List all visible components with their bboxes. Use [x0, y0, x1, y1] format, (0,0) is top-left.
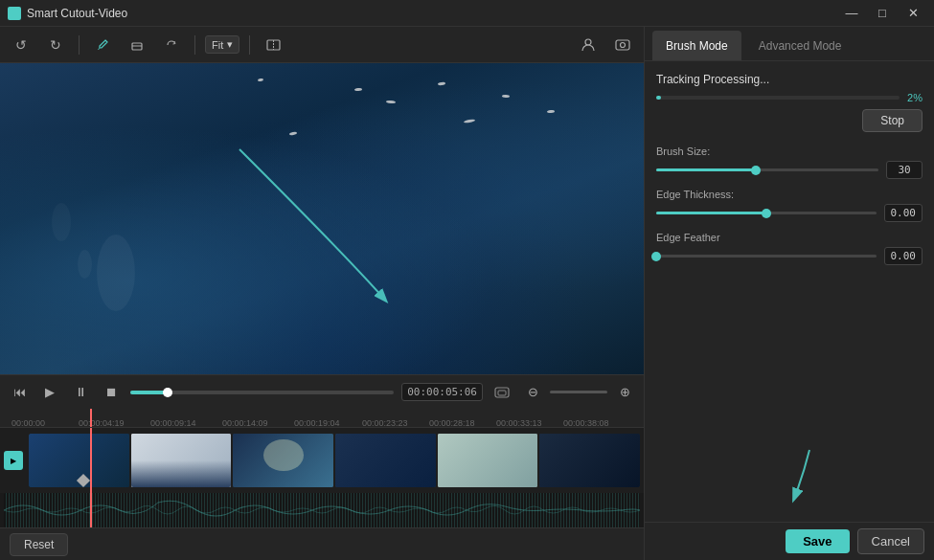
title-bar: Smart Cutout-Video — □ ✕ [0, 0, 934, 27]
toolbar: ↺ ↻ [0, 27, 644, 63]
playhead-waveform [90, 493, 92, 527]
zoom-in-button[interactable]: ⊕ [613, 381, 636, 404]
video-background [0, 63, 644, 374]
bird-5 [502, 94, 510, 97]
timeline-tracks[interactable]: ▶ [0, 428, 644, 493]
stop-button[interactable]: ⏹ [100, 381, 123, 404]
edge-thickness-row: Edge Thickness: 0.00 [656, 189, 923, 222]
playhead-ruler [90, 409, 92, 427]
timeline-ruler: 00:00:00 00:00:04:19 00:00:09:14 00:00:1… [0, 409, 644, 428]
brush-mode-tab[interactable]: Brush Mode [652, 31, 741, 60]
timeline-controls: ⏮ ▶ ⏸ ⏹ 00:00:05:06 ⊖ ⊕ [0, 374, 644, 409]
title-bar-left: Smart Cutout-Video [8, 7, 127, 20]
waveform-track [4, 493, 640, 527]
reset-button[interactable]: Reset [10, 533, 68, 556]
brush-size-slider[interactable] [656, 168, 878, 171]
brush-size-thumb [751, 166, 761, 175]
edge-thickness-slider[interactable] [656, 212, 877, 214]
edge-thickness-label: Edge Thickness: [656, 189, 923, 200]
ruler-mark-4: 00:00:19:04 [294, 418, 340, 428]
screenshot2-button[interactable] [490, 381, 513, 404]
right-panel-content: Tracking Processing... 2% Stop Brush Siz… [645, 61, 934, 522]
ruler-mark-6: 00:00:28:18 [429, 418, 475, 428]
edge-feather-value: 0.00 [884, 247, 923, 265]
ruler-mark-0: 00:00:00 [11, 418, 45, 428]
splash-2 [52, 203, 71, 241]
brush-size-value: 30 [886, 161, 923, 179]
edge-thickness-fill [656, 212, 766, 214]
brush-size-label: Brush Size: [656, 146, 923, 157]
zoom-controls: ⊖ ⊕ [521, 381, 636, 404]
play-button[interactable]: ▶ [38, 381, 61, 404]
skip-back-button[interactable]: ⏮ [8, 381, 31, 404]
thumbnail-2 [131, 434, 232, 487]
tracking-title: Tracking Processing... [656, 73, 923, 86]
brush-size-row: Brush Size: 30 [656, 146, 923, 179]
brush-button[interactable] [89, 33, 116, 57]
advanced-mode-tab[interactable]: Advanced Mode [745, 31, 855, 60]
edge-feather-row: Edge Feather 0.00 [656, 232, 923, 265]
ruler-mark-2: 00:00:09:14 [150, 418, 196, 428]
edge-feather-slider-row: 0.00 [656, 247, 923, 265]
undo-button[interactable]: ↺ [8, 33, 34, 57]
right-bottom-bar: Save Cancel [645, 522, 934, 560]
fit-label: Fit [212, 39, 223, 51]
right-panel: Brush Mode Advanced Mode Tracking Proces… [644, 27, 934, 560]
stop-tracking-button[interactable]: Stop [862, 109, 923, 132]
svg-rect-7 [498, 391, 506, 395]
brush-size-fill [656, 168, 756, 171]
param-section: Brush Size: 30 Edge Thickness: [656, 146, 923, 265]
redo-button[interactable]: ↻ [42, 33, 69, 57]
app-title: Smart Cutout-Video [27, 7, 127, 20]
close-button[interactable]: ✕ [900, 3, 926, 24]
reset-brush-button[interactable] [158, 33, 185, 57]
screenshot-button[interactable] [609, 33, 636, 57]
edge-thickness-slider-row: 0.00 [656, 204, 923, 222]
ruler-mark-8: 00:00:38:08 [563, 418, 609, 428]
mode-tabs: Brush Mode Advanced Mode [645, 27, 934, 61]
zoom-out-button[interactable]: ⊖ [521, 381, 544, 404]
edge-thickness-value: 0.00 [884, 204, 923, 222]
cancel-button[interactable]: Cancel [857, 528, 924, 554]
toolbar-separator-3 [249, 35, 250, 55]
bottom-bar: Reset [0, 527, 644, 560]
main-container: ↺ ↻ [0, 27, 934, 560]
fit-dropdown[interactable]: Fit ▾ [205, 35, 239, 54]
tracking-section: Tracking Processing... 2% Stop [656, 73, 923, 132]
time-display: 00:00:05:06 [401, 383, 483, 401]
splash-1 [97, 235, 135, 311]
zoom-slider[interactable] [550, 391, 607, 393]
video-area [0, 63, 644, 374]
minimize-button[interactable]: — [838, 3, 865, 24]
person-button[interactable] [575, 33, 602, 57]
eraser-button[interactable] [124, 33, 150, 57]
track-play-button[interactable]: ▶ [4, 451, 23, 470]
edge-feather-thumb [651, 252, 661, 261]
ruler-mark-3: 00:00:14:09 [222, 418, 268, 428]
track-thumbnails [29, 434, 640, 487]
maximize-button[interactable]: □ [869, 3, 896, 24]
thumbnail-6 [539, 434, 640, 487]
compare-button[interactable] [260, 33, 286, 57]
thumbnail-5 [438, 434, 538, 487]
edge-thickness-thumb [762, 209, 771, 218]
svg-rect-3 [616, 40, 629, 50]
svg-point-2 [585, 39, 591, 45]
ruler-mark-7: 00:00:33:13 [496, 418, 542, 428]
svg-point-4 [621, 42, 626, 47]
tracking-percent: 2% [907, 92, 923, 103]
fit-chevron: ▾ [227, 38, 233, 51]
brush-size-slider-row: 30 [656, 161, 923, 179]
pause-button[interactable]: ⏸ [69, 381, 92, 404]
save-button[interactable]: Save [786, 529, 849, 553]
edge-feather-label: Edge Feather [656, 232, 923, 243]
toolbar-separator-2 [194, 35, 195, 55]
toolbar-separator-1 [79, 35, 80, 55]
ruler-mark-5: 00:00:23:23 [362, 418, 408, 428]
splash-3 [78, 250, 92, 279]
timeline-progress-bar[interactable] [130, 391, 394, 394]
thumbnail-3 [233, 434, 333, 487]
app-icon [8, 7, 21, 20]
edge-feather-slider[interactable] [656, 255, 877, 258]
ruler-mark-1: 00:00:04:19 [79, 418, 125, 428]
